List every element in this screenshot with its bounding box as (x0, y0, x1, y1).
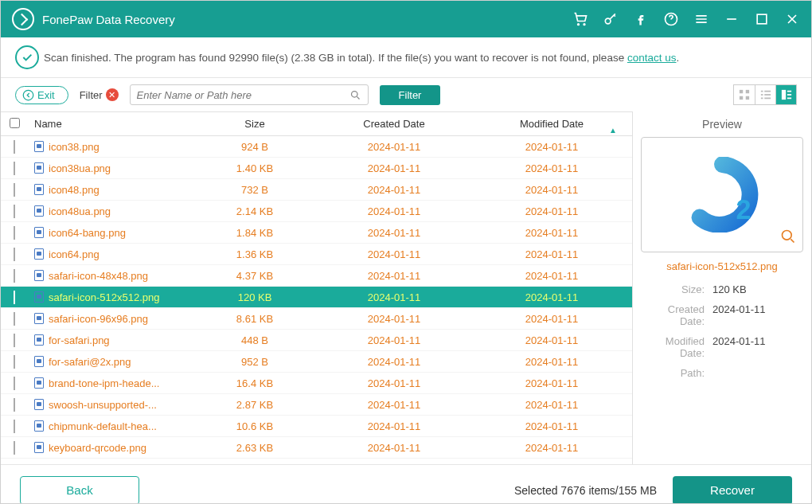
svg-point-0 (578, 24, 580, 25)
file-name: icon64-bang.png (49, 227, 126, 239)
table-row[interactable]: for-safari.png448 B2024-01-112024-01-11 (1, 330, 632, 351)
table-row[interactable]: icon48.png732 B2024-01-112024-01-11 (1, 179, 632, 201)
table-row[interactable]: icon64.png1.36 KB2024-01-112024-01-11 (1, 244, 632, 265)
minimize-icon[interactable] (724, 11, 740, 27)
file-name: for-safari@2x.png (49, 356, 131, 368)
contact-link[interactable]: contact us (627, 52, 677, 64)
row-checkbox[interactable] (14, 398, 15, 412)
row-checkbox[interactable] (14, 334, 15, 347)
svg-point-5 (23, 90, 33, 100)
file-size: 2.63 KB (195, 442, 314, 454)
file-name: icon48ua.png (49, 205, 111, 217)
file-size: 4.37 KB (195, 270, 314, 282)
file-created: 2024-01-11 (314, 291, 474, 303)
row-checkbox[interactable] (14, 205, 15, 218)
maximize-icon[interactable] (754, 11, 770, 27)
select-all-checkbox[interactable] (10, 118, 20, 128)
magnify-icon[interactable] (780, 229, 796, 247)
view-detail-icon[interactable] (775, 85, 796, 104)
file-name: keyboard-qrcode.png (49, 442, 146, 454)
row-checkbox[interactable] (14, 248, 15, 261)
file-name: icon38.png (49, 141, 100, 153)
file-modified: 2024-01-11 (474, 334, 630, 346)
recover-button[interactable]: Recover (673, 476, 792, 505)
view-list-icon[interactable] (755, 85, 775, 104)
row-checkbox[interactable] (14, 377, 15, 390)
table-row[interactable]: icon38.png924 B2024-01-112024-01-11 (1, 136, 632, 158)
file-name: swoosh-unsupported-... (49, 399, 157, 411)
file-name: safari-icon-48x48.png (49, 270, 148, 282)
view-toggle-group (733, 84, 797, 105)
meta-size-label: Size: (641, 283, 712, 295)
help-icon[interactable] (663, 11, 679, 27)
row-checkbox[interactable] (14, 226, 15, 240)
search-box[interactable] (130, 84, 369, 105)
footer: Back Selected 7676 items/155 MB Recover (1, 464, 811, 504)
file-created: 2024-01-11 (314, 162, 474, 174)
row-checkbox[interactable] (14, 269, 15, 283)
table-row[interactable]: icon48ua.png2.14 KB2024-01-112024-01-11 (1, 201, 632, 222)
file-size: 120 KB (195, 291, 314, 303)
file-name: safari-icon-96x96.png (49, 313, 148, 325)
key-icon[interactable] (603, 11, 619, 27)
file-created: 2024-01-11 (314, 313, 474, 325)
table-row[interactable]: chipmunk-default-hea...10.6 KB2024-01-11… (1, 416, 632, 437)
meta-size-value: 120 KB (712, 283, 803, 295)
table-row[interactable]: safari-icon-48x48.png4.37 KB2024-01-1120… (1, 265, 632, 287)
row-checkbox[interactable] (14, 183, 15, 197)
file-name: safari-icon-512x512.png (49, 291, 159, 303)
table-row[interactable]: icon64-bang.png1.84 KB2024-01-112024-01-… (1, 222, 632, 244)
menu-icon[interactable] (693, 11, 709, 27)
svg-rect-14 (764, 94, 771, 96)
table-row[interactable]: brand-tone-ipm-heade...16.4 KB2024-01-11… (1, 373, 632, 394)
file-size: 1.40 KB (195, 162, 314, 174)
file-modified: 2024-01-11 (474, 377, 630, 389)
table-row[interactable]: safari-icon-96x96.png8.61 KB2024-01-1120… (1, 308, 632, 330)
svg-rect-16 (764, 98, 771, 100)
col-modified[interactable]: Modified Date▲ (474, 118, 630, 130)
col-created[interactable]: Created Date (314, 118, 474, 130)
cart-icon[interactable] (572, 11, 588, 27)
table-row[interactable]: icon38ua.png1.40 KB2024-01-112024-01-11 (1, 158, 632, 179)
table-header: Name Size Created Date Modified Date▲ (1, 112, 632, 136)
svg-point-2 (605, 18, 611, 24)
file-modified: 2024-01-11 (474, 270, 630, 282)
row-checkbox[interactable] (14, 355, 15, 369)
table-row[interactable]: swoosh-unsupported-...2.87 KB2024-01-112… (1, 394, 632, 416)
svg-rect-8 (746, 90, 749, 93)
search-input[interactable] (137, 89, 349, 101)
svg-rect-15 (760, 98, 763, 100)
file-created: 2024-01-11 (314, 205, 474, 217)
file-icon (34, 377, 44, 389)
file-icon (34, 420, 44, 432)
close-icon[interactable] (784, 11, 800, 27)
file-icon (34, 162, 44, 174)
file-modified: 2024-01-11 (474, 291, 630, 303)
facebook-icon[interactable] (633, 11, 649, 27)
search-icon[interactable] (349, 89, 361, 101)
file-icon (34, 141, 44, 152)
table-row[interactable]: keyboard-qrcode.png2.63 KB2024-01-112024… (1, 437, 632, 459)
file-icon (34, 291, 44, 303)
selected-summary: Selected 7676 items/155 MB (514, 484, 657, 497)
filter-button[interactable]: Filter (380, 85, 441, 105)
row-checkbox[interactable] (14, 291, 15, 304)
row-checkbox[interactable] (14, 312, 15, 326)
svg-rect-12 (764, 91, 771, 92)
col-name[interactable]: Name (28, 118, 195, 130)
titlebar: FonePaw Data Recovery (1, 1, 811, 37)
file-created: 2024-01-11 (314, 184, 474, 196)
file-created: 2024-01-11 (314, 399, 474, 411)
row-checkbox[interactable] (14, 162, 15, 175)
svg-rect-17 (781, 90, 785, 100)
row-checkbox[interactable] (14, 441, 15, 455)
row-checkbox[interactable] (14, 140, 15, 154)
table-row[interactable]: for-safari@2x.png952 B2024-01-112024-01-… (1, 351, 632, 373)
exit-button[interactable]: Exit (15, 86, 68, 104)
row-checkbox[interactable] (14, 420, 15, 433)
clear-filter-icon[interactable]: ✕ (106, 88, 119, 101)
back-button[interactable]: Back (20, 476, 139, 505)
table-row[interactable]: safari-icon-512x512.png120 KB2024-01-112… (1, 287, 632, 308)
view-grid-icon[interactable] (734, 85, 755, 104)
col-size[interactable]: Size (195, 118, 314, 130)
